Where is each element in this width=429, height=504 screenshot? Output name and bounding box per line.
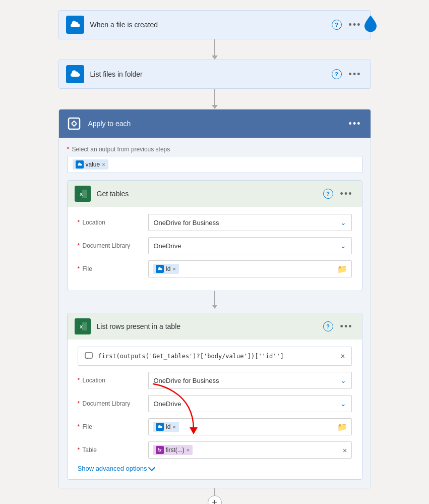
list-rows-location-row: * Location OneDrive for Business ⌄ — [78, 372, 352, 389]
cloud-icon — [70, 20, 81, 29]
file-token-close[interactable]: × — [173, 266, 176, 272]
expr-icon — [84, 351, 94, 361]
svg-rect-7 — [85, 353, 92, 358]
list-rows-card: X List rows present in a table ? ••• — [67, 313, 362, 480]
get-tables-doclibrary-label: * Document Library — [78, 242, 148, 249]
select-output-input-1[interactable]: value × — [67, 156, 362, 173]
lr-file-token-icon — [156, 423, 164, 431]
value-token-icon-1 — [76, 160, 84, 169]
trigger-step-actions: ? ••• — [332, 18, 363, 32]
get-tables-file-token: Id × — [153, 264, 179, 274]
cloud-small-icon-3 — [157, 425, 162, 429]
value-token-close-1[interactable]: × — [102, 161, 105, 167]
value-token-1: value × — [73, 159, 108, 170]
list-files-step: List files in folder ? ••• — [58, 60, 371, 89]
list-rows-icon: X — [75, 318, 91, 334]
list-rows-table-row: * Table fx first(...) × × — [78, 441, 352, 459]
trigger-step-icon — [66, 16, 84, 34]
cloud-small-icon-2 — [157, 267, 162, 271]
list-rows-header: X List rows present in a table ? ••• — [68, 313, 362, 340]
show-advanced-options[interactable]: Show advanced options — [78, 465, 352, 472]
file-folder-icon[interactable]: 📁 — [337, 264, 347, 274]
show-advanced-chevron — [148, 464, 155, 471]
list-rows-doclibrary-row: * Document Library OneDrive ⌄ — [78, 395, 352, 412]
list-rows-title: List rows present in a table — [97, 322, 323, 330]
get-tables-location-select[interactable]: OneDrive for Business ⌄ — [148, 214, 352, 231]
list-rows-doclibrary-select[interactable]: OneDrive ⌄ — [148, 395, 352, 412]
loop-icon-1 — [68, 117, 81, 130]
trigger-step-header: When a file is created ? ••• — [59, 11, 371, 39]
lr-file-token-close[interactable]: × — [173, 424, 176, 430]
svg-text:X: X — [80, 324, 83, 329]
get-tables-title: Get tables — [97, 190, 323, 198]
table-input-close[interactable]: × — [343, 446, 347, 455]
list-rows-doclibrary-label: * Document Library — [78, 400, 148, 407]
speech-bubble-icon — [85, 352, 94, 361]
doclibrary-chevron: ⌄ — [340, 242, 346, 250]
trigger-help-icon[interactable]: ? — [332, 20, 342, 30]
cloud-small-icon — [77, 162, 82, 166]
list-rows-location-label: * Location — [78, 377, 148, 384]
excel-icon-2: X — [78, 322, 87, 331]
list-files-help-icon[interactable]: ? — [332, 69, 342, 79]
list-rows-actions: ? ••• — [323, 319, 355, 334]
file-token-icon — [156, 265, 164, 273]
get-tables-doclibrary-row: * Document Library OneDrive ⌄ — [78, 237, 352, 254]
list-rows-file-token: Id × — [153, 422, 179, 432]
list-rows-file-label: * File — [78, 423, 148, 430]
location-chevron: ⌄ — [340, 218, 346, 227]
plus-connector: + — [208, 488, 222, 504]
apply-each-1-card: Apply to each ••• * Select an output fro… — [58, 109, 371, 488]
get-tables-icon: X — [75, 186, 91, 202]
list-files-dots-menu[interactable]: ••• — [347, 67, 363, 82]
svg-rect-0 — [69, 118, 80, 129]
list-files-header: List files in folder ? ••• — [59, 60, 371, 88]
select-output-section-1: * Select an output from previous steps v… — [67, 146, 362, 173]
get-tables-location-row: * Location OneDrive for Business ⌄ — [78, 214, 352, 231]
expr-field: first(outputs('Get_tables')?['body/value… — [78, 347, 352, 366]
list-rows-table-input[interactable]: fx first(...) × × — [148, 441, 352, 459]
get-tables-actions: ? ••• — [323, 187, 355, 201]
list-rows-file-input[interactable]: Id × 📁 — [148, 418, 352, 435]
inner-connector-1 — [67, 291, 362, 309]
list-rows-location-select[interactable]: OneDrive for Business ⌄ — [148, 372, 352, 389]
table-token-close[interactable]: × — [187, 447, 190, 453]
apply-each-1-icon — [66, 116, 82, 132]
trigger-step: When a file is created ? ••• — [58, 10, 371, 39]
get-tables-file-label: * File — [78, 265, 148, 272]
list-files-title: List files in folder — [90, 70, 332, 78]
get-tables-file-row: * File Id × — [78, 260, 352, 277]
connector-1 — [212, 39, 218, 60]
trigger-dots-menu[interactable]: ••• — [347, 18, 363, 32]
list-rows-file-row: * File Id × — [78, 418, 352, 435]
apply-each-1-dots[interactable]: ••• — [347, 117, 363, 131]
fx-token-icon: fx — [156, 446, 164, 454]
connector-2 — [212, 89, 218, 109]
list-rows-table-label: * Table — [78, 446, 148, 454]
lr-file-folder-icon[interactable]: 📁 — [337, 422, 347, 432]
svg-text:X: X — [80, 192, 83, 197]
apply-each-1-title: Apply to each — [88, 120, 347, 128]
get-tables-doclibrary-select[interactable]: OneDrive ⌄ — [148, 237, 352, 254]
list-rows-table-token: fx first(...) × — [153, 445, 193, 455]
trigger-step-title: When a file is created — [90, 21, 332, 29]
apply-each-1-actions: ••• — [347, 117, 363, 131]
expr-close-btn[interactable]: × — [340, 352, 345, 361]
list-rows-help[interactable]: ? — [323, 321, 333, 331]
list-rows-body: first(outputs('Get_tables')?['body/value… — [68, 340, 362, 479]
lr-location-chevron: ⌄ — [340, 376, 346, 384]
plus-add-button[interactable]: + — [208, 495, 222, 504]
get-tables-help[interactable]: ? — [323, 189, 333, 199]
cloud-icon-2 — [70, 70, 81, 79]
list-files-actions: ? ••• — [332, 67, 363, 82]
get-tables-dots[interactable]: ••• — [338, 187, 355, 201]
get-tables-body: * Location OneDrive for Business ⌄ * Doc… — [68, 207, 362, 291]
get-tables-file-input[interactable]: Id × 📁 — [148, 260, 352, 277]
select-output-label-1: * Select an output from previous steps — [67, 146, 362, 153]
get-tables-location-label: * Location — [78, 219, 148, 226]
get-tables-card: X Get tables ? ••• * Location — [67, 180, 362, 291]
list-rows-dots[interactable]: ••• — [338, 319, 355, 334]
water-drop-badge — [363, 16, 378, 34]
excel-icon: X — [78, 189, 87, 198]
apply-each-1-body: * Select an output from previous steps v… — [59, 138, 371, 488]
